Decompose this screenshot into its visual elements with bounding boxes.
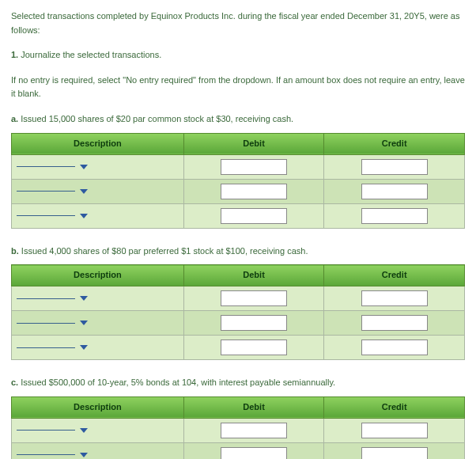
description-dropdown[interactable]: [17, 165, 88, 169]
col-debit: Debit: [183, 133, 324, 154]
credit-input[interactable]: [361, 447, 428, 459]
debit-input[interactable]: [221, 423, 287, 438]
table-row: [12, 179, 465, 203]
journal-table: DescriptionDebitCredit: [11, 396, 465, 459]
table-row: [12, 418, 465, 442]
description-dropdown[interactable]: [17, 189, 88, 194]
description-dropdown[interactable]: [17, 214, 88, 218]
col-credit: Credit: [324, 265, 465, 286]
chevron-down-icon: [80, 165, 88, 169]
dropdown-line: [17, 347, 75, 348]
chevron-down-icon: [80, 321, 88, 325]
journal-table: DescriptionDebitCredit: [11, 264, 465, 360]
credit-input[interactable]: [361, 423, 428, 438]
description-dropdown[interactable]: [17, 345, 88, 350]
chevron-down-icon: [80, 428, 88, 433]
credit-input[interactable]: [361, 184, 428, 199]
col-description: Description: [12, 265, 184, 286]
section-label: b. Issued 4,000 shares of $80 par prefer…: [11, 245, 465, 259]
section-label: c. Issued $500,000 of 10-year, 5% bonds …: [11, 376, 465, 390]
section-text: Issued 4,000 shares of $80 par preferred…: [19, 246, 308, 256]
journal-table: DescriptionDebitCredit: [11, 133, 465, 229]
col-debit: Debit: [183, 396, 324, 418]
debit-input[interactable]: [221, 208, 287, 224]
col-debit: Debit: [183, 265, 324, 286]
section-text: Issued $500,000 of 10-year, 5% bonds at …: [18, 377, 335, 387]
dropdown-line: [17, 298, 75, 299]
table-row: [12, 203, 465, 228]
table-row: [12, 154, 465, 179]
section-label: a. Issued 15,000 shares of $20 par commo…: [11, 112, 465, 127]
col-description: Description: [12, 133, 184, 154]
step-text: Journalize the selected transactions.: [21, 50, 161, 59]
credit-input[interactable]: [361, 340, 428, 355]
step-number: 1.: [11, 50, 18, 59]
intro-text: Selected transactions completed by Equin…: [11, 9, 465, 37]
debit-input[interactable]: [221, 315, 287, 331]
note-text: If no entry is required, select "No entr…: [11, 74, 465, 101]
table-row: [12, 311, 465, 336]
debit-input[interactable]: [221, 290, 287, 306]
dropdown-line: [17, 430, 75, 431]
debit-input[interactable]: [221, 184, 287, 199]
step-line: 1. Journalize the selected transactions.: [11, 48, 465, 63]
chevron-down-icon: [80, 214, 88, 218]
col-credit: Credit: [324, 133, 465, 154]
chevron-down-icon: [80, 189, 88, 194]
dropdown-line: [17, 215, 75, 216]
section-letter: c.: [11, 377, 18, 387]
description-dropdown[interactable]: [17, 321, 88, 325]
chevron-down-icon: [80, 296, 88, 301]
col-description: Description: [12, 396, 184, 418]
col-credit: Credit: [324, 396, 465, 418]
section-letter: a.: [11, 114, 18, 123]
credit-input[interactable]: [361, 315, 428, 331]
section-letter: b.: [11, 246, 19, 256]
chevron-down-icon: [80, 345, 88, 350]
debit-input[interactable]: [221, 159, 287, 175]
dropdown-line: [17, 191, 75, 192]
chevron-down-icon: [80, 453, 88, 457]
dropdown-line: [17, 166, 75, 167]
credit-input[interactable]: [361, 290, 428, 306]
table-row: [12, 442, 465, 459]
section-text: Issued 15,000 shares of $20 par common s…: [18, 114, 293, 123]
debit-input[interactable]: [221, 340, 287, 355]
dropdown-line: [17, 323, 75, 324]
description-dropdown[interactable]: [17, 296, 88, 301]
credit-input[interactable]: [361, 159, 428, 175]
description-dropdown[interactable]: [17, 453, 88, 457]
debit-input[interactable]: [221, 447, 287, 459]
dropdown-line: [17, 454, 75, 455]
credit-input[interactable]: [361, 208, 428, 224]
table-row: [12, 286, 465, 311]
description-dropdown[interactable]: [17, 428, 88, 433]
table-row: [12, 336, 465, 360]
